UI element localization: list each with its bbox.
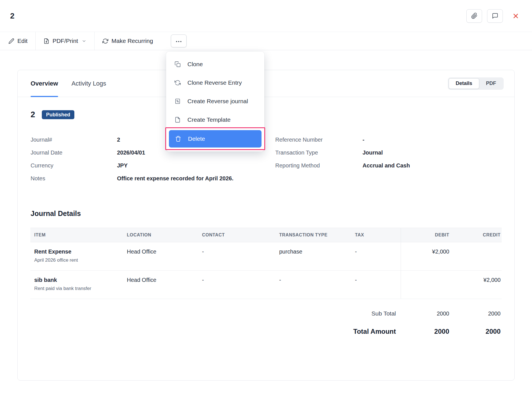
field-label: Transaction Type	[275, 149, 363, 156]
pdf-print-button[interactable]: PDF/Print	[36, 32, 94, 50]
field-label: Reporting Method	[275, 162, 363, 169]
cell-location: Head Office	[123, 242, 198, 270]
pdf-icon	[43, 38, 49, 44]
menu-delete-wrap: Delete	[169, 130, 262, 148]
tab-overview-label: Overview	[31, 80, 58, 87]
total-amount-label: Total Amount	[30, 328, 401, 335]
item-name: sib bank	[34, 277, 123, 283]
field-reporting-method: Reporting Method Accrual and Cash	[275, 162, 501, 169]
journal-detail-card: Overview Activity Logs Details PDF 2 Pub…	[17, 70, 515, 381]
header-actions	[466, 9, 522, 23]
menu-item-label: Delete	[188, 135, 205, 142]
field-reference-number: Reference Number -	[275, 136, 501, 143]
cell-contact: -	[198, 242, 275, 270]
col-transaction-type: TRANSACTION TYPE	[275, 228, 351, 242]
close-icon	[512, 12, 519, 20]
more-actions-menu: Clone Clone Reverse Entry Create Reverse…	[166, 52, 264, 151]
menu-item-label: Clone	[187, 61, 203, 68]
field-value: 2	[117, 136, 120, 143]
sub-total-label: Sub Total	[30, 310, 401, 317]
tab-activity-logs-label: Activity Logs	[72, 80, 106, 87]
field-label: Currency	[31, 162, 117, 169]
ellipsis-icon	[175, 37, 182, 45]
menu-item-create-reverse-journal[interactable]: Create Reverse journal	[166, 92, 264, 110]
field-value: Office rent expense recorded for April 2…	[117, 175, 233, 182]
edit-label: Edit	[17, 38, 27, 44]
chevron-down-icon	[82, 39, 86, 43]
close-button[interactable]	[510, 9, 522, 23]
toggle-details[interactable]: Details	[449, 78, 479, 89]
page-title: 2	[10, 11, 15, 20]
col-item: ITEM	[30, 228, 123, 242]
tab-activity-logs[interactable]: Activity Logs	[72, 70, 106, 97]
menu-item-label: Create Template	[187, 116, 231, 123]
attachment-button[interactable]	[466, 9, 482, 23]
total-amount-credit: 2000	[451, 328, 502, 335]
field-value: Journal	[363, 149, 383, 156]
tab-overview[interactable]: Overview	[31, 70, 58, 97]
comments-button[interactable]	[487, 9, 503, 23]
reverse-journal-icon	[175, 98, 181, 104]
field-value: 2026/04/01	[117, 149, 145, 156]
cell-credit	[451, 242, 502, 270]
field-currency: Currency JPY	[31, 162, 275, 169]
total-amount-row: Total Amount 2000 2000	[30, 328, 502, 335]
recurring-icon	[102, 38, 108, 44]
totals-section: Sub Total 2000 2000 Total Amount 2000 20…	[30, 310, 502, 335]
top-header: 2	[0, 0, 532, 32]
details-pdf-toggle: Details PDF	[448, 77, 504, 90]
cell-debit	[401, 271, 451, 299]
template-icon	[175, 117, 181, 123]
menu-item-clone-reverse-entry[interactable]: Clone Reverse Entry	[166, 73, 264, 92]
item-name: Rent Expense	[34, 248, 123, 255]
field-transaction-type: Transaction Type Journal	[275, 149, 501, 156]
col-tax: TAX	[351, 228, 401, 242]
menu-item-delete[interactable]: Delete	[169, 130, 262, 148]
cell-item: sib bank Rent paid via bank transfer	[30, 271, 123, 299]
tabs-row: Overview Activity Logs Details PDF	[18, 70, 514, 97]
record-fields: Journal# 2 Journal Date 2026/04/01 Curre…	[18, 136, 514, 188]
sub-total-debit: 2000	[401, 310, 451, 317]
field-label: Journal Date	[31, 149, 117, 156]
record-header: 2 Published	[18, 110, 514, 119]
paperclip-icon	[471, 13, 478, 19]
menu-item-clone[interactable]: Clone	[166, 55, 264, 73]
make-recurring-button[interactable]: Make Recurring	[95, 32, 161, 50]
fields-right: Reference Number - Transaction Type Jour…	[275, 136, 501, 188]
item-description: April 2026 office rent	[34, 257, 123, 263]
table-row: sib bank Rent paid via bank transfer Hea…	[30, 271, 502, 299]
field-label: Journal#	[31, 136, 117, 143]
col-debit: DEBIT	[401, 228, 451, 242]
cell-debit: ¥2,000	[401, 242, 451, 270]
menu-item-create-template[interactable]: Create Template	[166, 110, 264, 129]
cell-contact: -	[198, 271, 275, 299]
item-description: Rent paid via bank transfer	[34, 286, 123, 291]
total-amount-debit: 2000	[401, 328, 451, 335]
menu-item-label: Create Reverse journal	[187, 98, 248, 105]
table-header-row: ITEM LOCATION CONTACT TRANSACTION TYPE T…	[30, 228, 502, 242]
cell-location: Head Office	[123, 271, 198, 299]
cell-tax: -	[351, 242, 401, 270]
field-value: JPY	[117, 162, 128, 169]
field-label: Notes	[31, 175, 117, 182]
col-contact: CONTACT	[198, 228, 275, 242]
field-value: Accrual and Cash	[363, 162, 410, 169]
field-label: Reference Number	[275, 136, 363, 143]
col-credit: CREDIT	[451, 228, 502, 242]
more-actions-button[interactable]	[171, 34, 187, 47]
clone-reverse-icon	[175, 80, 181, 86]
pencil-icon	[8, 38, 14, 44]
clone-icon	[175, 61, 181, 67]
journal-details-table: ITEM LOCATION CONTACT TRANSACTION TYPE T…	[30, 228, 502, 299]
make-recurring-label: Make Recurring	[111, 38, 153, 44]
field-notes: Notes Office rent expense recorded for A…	[31, 175, 275, 182]
trash-icon	[175, 136, 181, 142]
table-row: Rent Expense April 2026 office rent Head…	[30, 242, 502, 271]
edit-button[interactable]: Edit	[1, 32, 35, 50]
action-toolbar: Edit PDF/Print Make Recurring	[0, 32, 532, 50]
status-badge: Published	[42, 110, 74, 119]
menu-item-label: Clone Reverse Entry	[187, 79, 242, 86]
cell-credit: ¥2,000	[451, 271, 502, 299]
toggle-pdf[interactable]: PDF	[479, 78, 503, 89]
cell-tax: -	[351, 271, 401, 299]
